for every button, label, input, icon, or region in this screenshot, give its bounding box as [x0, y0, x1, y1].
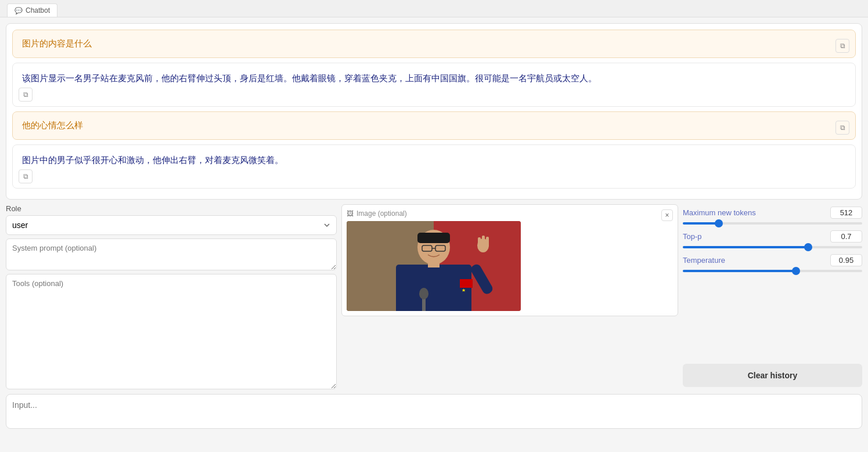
user-message-2: 他的心情怎么样 ⧉	[12, 111, 856, 140]
assistant-message-2: 图片中的男子似乎很开心和激动，他伸出右臂，对着麦克风微笑着。 ⧉	[12, 144, 856, 189]
system-prompt-textarea[interactable]	[6, 238, 337, 270]
top-p-header: Top-p 0.7	[683, 230, 862, 243]
chatbot-tab-label: Chatbot	[26, 6, 50, 15]
copy-user-message-1-button[interactable]: ⧉	[835, 39, 849, 53]
top-p-slider-fill	[683, 246, 808, 248]
max-tokens-value: 512	[830, 207, 862, 219]
image-icon: 🖼	[347, 209, 354, 218]
user-message-2-text: 他的心情怎么样	[22, 120, 83, 130]
user-message-1: 图片的内容是什么 ⧉	[12, 30, 856, 58]
temperature-slider-thumb[interactable]	[792, 267, 800, 275]
astronaut-image-preview	[347, 221, 521, 311]
chatbot-tab-icon: 💬	[15, 7, 23, 15]
copy-assistant-message-1-button[interactable]: ⧉	[19, 88, 33, 102]
top-p-slider-thumb[interactable]	[804, 243, 812, 251]
image-close-button[interactable]: ×	[661, 209, 673, 221]
temperature-header: Temperature 0.95	[683, 254, 862, 266]
max-tokens-slider-track[interactable]	[683, 222, 862, 225]
top-p-value: 0.7	[830, 230, 862, 243]
input-area	[6, 394, 862, 429]
svg-rect-3	[460, 279, 473, 288]
top-p-setting: Top-p 0.7	[683, 230, 862, 248]
svg-rect-7	[417, 233, 450, 243]
max-tokens-label: Maximum new tokens	[683, 208, 756, 217]
tab-bar: 💬 Chatbot	[0, 0, 868, 17]
chat-input[interactable]	[12, 400, 856, 421]
top-p-slider-track[interactable]	[683, 246, 862, 248]
svg-rect-15	[486, 237, 489, 247]
assistant-message-2-text: 图片中的男子似乎很开心和激动，他伸出右臂，对着麦克风微笑着。	[22, 155, 283, 165]
chatbot-tab[interactable]: 💬 Chatbot	[7, 3, 57, 17]
astronaut-svg	[347, 221, 521, 311]
role-section: Role user assistant system	[6, 204, 337, 235]
copy-assistant-message-2-button[interactable]: ⧉	[19, 169, 33, 183]
role-select[interactable]: user assistant system	[6, 215, 337, 235]
temperature-slider-fill	[683, 270, 796, 272]
temperature-slider-track[interactable]	[683, 270, 862, 272]
assistant-message-1: 该图片显示一名男子站在麦克风前，他的右臂伸过头顶，身后是红墙。他戴着眼镜，穿着蓝…	[12, 63, 856, 107]
top-p-label: Top-p	[683, 232, 702, 241]
copy-user-message-2-button[interactable]: ⧉	[835, 121, 849, 135]
clear-history-button[interactable]: Clear history	[683, 364, 862, 387]
temperature-label: Temperature	[683, 256, 725, 265]
svg-rect-13	[478, 237, 481, 248]
svg-rect-14	[482, 236, 485, 247]
temperature-setting: Temperature 0.95	[683, 254, 862, 272]
max-tokens-slider-fill	[683, 222, 719, 225]
max-tokens-header: Maximum new tokens 512	[683, 207, 862, 219]
tools-textarea[interactable]	[6, 274, 337, 389]
middle-panel: 🖼 Image (optional) ×	[341, 204, 678, 389]
assistant-message-1-text: 该图片显示一名男子站在麦克风前，他的右臂伸过头顶，身后是红墙。他戴着眼镜，穿着蓝…	[22, 73, 597, 83]
role-label: Role	[6, 204, 337, 213]
left-panel: Role user assistant system	[6, 204, 337, 389]
chat-history: 图片的内容是什么 ⧉ 该图片显示一名男子站在麦克风前，他的右臂伸过头顶，身后是红…	[6, 23, 862, 200]
max-tokens-slider-thumb[interactable]	[715, 219, 723, 227]
image-section-label: 🖼 Image (optional)	[347, 209, 673, 218]
max-tokens-setting: Maximum new tokens 512	[683, 207, 862, 225]
right-panel: Maximum new tokens 512 Top-p 0.7	[683, 204, 862, 389]
temperature-value: 0.95	[830, 254, 862, 266]
svg-point-17	[419, 288, 428, 299]
user-message-1-text: 图片的内容是什么	[22, 38, 92, 48]
bottom-panel: Role user assistant system 🖼 Image (opti…	[0, 200, 868, 394]
image-section: 🖼 Image (optional) ×	[341, 204, 678, 316]
